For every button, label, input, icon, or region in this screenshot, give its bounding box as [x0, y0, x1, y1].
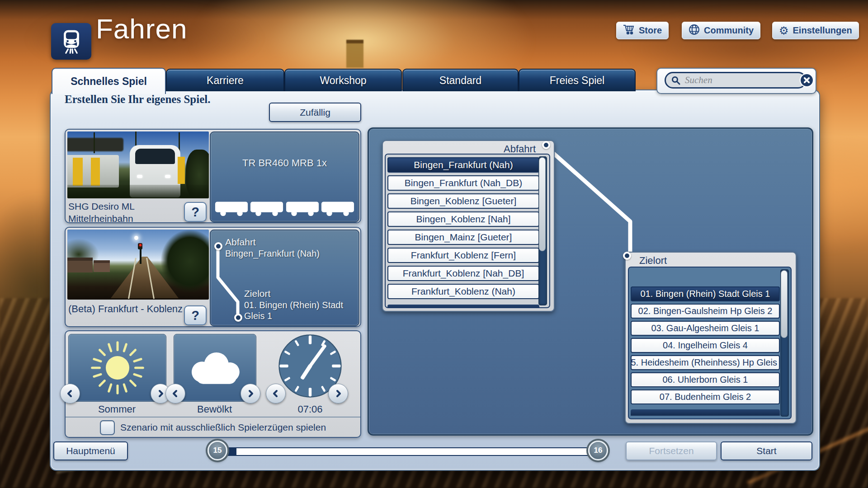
- settings-button[interactable]: ⚙ Einstellungen: [772, 22, 859, 39]
- consist-wagons: [214, 201, 355, 217]
- chevron-right-icon: [334, 389, 342, 398]
- list-item[interactable]: Bingen_Mainz [Gueter]: [387, 230, 539, 245]
- train-selection-box[interactable]: SHG Desiro ML Mittelrheinbahn ? TR BR460…: [65, 129, 361, 223]
- list-item[interactable]: Frankfurt_Koblenz [Nah_DB]: [387, 266, 539, 281]
- scrollbar-thumb[interactable]: [781, 270, 788, 338]
- tab-label: Workshop: [320, 75, 366, 87]
- tab-label: Standard: [439, 75, 481, 87]
- list-item[interactable]: Bingen_Frankfurt (Nah): [387, 157, 539, 173]
- chevron-left-icon: [66, 389, 74, 398]
- tab-freies-spiel[interactable]: Freies Spiel: [519, 69, 636, 91]
- scrollbar-track[interactable]: [538, 156, 547, 305]
- community-button[interactable]: Community: [682, 22, 760, 39]
- time-prev-button[interactable]: [266, 384, 286, 404]
- tab-karriere[interactable]: Karriere: [166, 69, 284, 91]
- departure-connector-dot: [542, 141, 550, 149]
- settings-label: Einstellungen: [793, 25, 852, 36]
- list-item[interactable]: 06. Uhlerborn Gleis 1: [631, 372, 780, 387]
- departure-value: Bingen_Frankfurt (Nah): [225, 249, 320, 259]
- train-name-line1: SHG Desiro ML: [68, 200, 135, 212]
- destination-list: 01. Bingen (Rhein) Stadt Gleis 102. Bing…: [628, 267, 792, 419]
- destination-connector-dot: [623, 252, 631, 260]
- departure-label: Abfahrt: [225, 237, 256, 248]
- main-menu-button[interactable]: Hauptmenü: [53, 441, 128, 460]
- list-item[interactable]: 03. Gau-Algesheim Gleis 1: [631, 321, 780, 336]
- slider-max-value: 16: [594, 446, 603, 455]
- route-selection-box[interactable]: (Beta) Frankfurt - Koblenz ? Abfahrt Bin…: [65, 227, 361, 327]
- start-button[interactable]: Start: [721, 441, 812, 460]
- player-trains-only-checkbox[interactable]: [100, 420, 115, 435]
- list-item[interactable]: 07. Budenheim Gleis 2: [631, 389, 780, 404]
- departure-list-panel: Abfahrt Bingen_Frankfurt (Nah)Bingen_Fra…: [382, 140, 555, 312]
- list-item[interactable]: 04. Ingelheim Gleis 4: [631, 338, 780, 353]
- community-label: Community: [704, 25, 754, 36]
- weather-prev-button[interactable]: [165, 384, 185, 404]
- season-label: Sommer: [68, 404, 165, 415]
- departure-list: Bingen_Frankfurt (Nah)Bingen_Frankfurt (…: [385, 154, 550, 308]
- consist-name: TR BR460 MRB 1x: [211, 157, 359, 169]
- weather-next-button[interactable]: [241, 384, 260, 404]
- slider-min-value: 15: [213, 446, 222, 455]
- continue-button[interactable]: Fortsetzen: [626, 441, 717, 460]
- wagon-icon: [285, 201, 320, 217]
- destination-dot: [234, 314, 242, 322]
- cloud-icon: [181, 349, 249, 387]
- list-item[interactable]: Bingen_Koblenz [Gueter]: [387, 193, 539, 209]
- store-button[interactable]: Store: [616, 22, 669, 39]
- list-item[interactable]: 01. Bingen (Rhein) Stadt Gleis 1: [631, 286, 780, 301]
- time-next-button[interactable]: [328, 384, 348, 404]
- clear-search-button[interactable]: [800, 73, 814, 87]
- weather-label: Bewölkt: [174, 404, 255, 415]
- globe-icon: [689, 24, 700, 38]
- train-icon: [51, 23, 91, 60]
- time-label: 07:06: [276, 404, 344, 415]
- background-building: [346, 40, 363, 68]
- slider-handle-left[interactable]: 15: [208, 441, 227, 460]
- season-prev-button[interactable]: [60, 384, 80, 404]
- list-item[interactable]: 05. Heidesheim (Rheinhess) Hp Gleis 1: [631, 355, 780, 370]
- cart-icon: [623, 24, 635, 37]
- page-title: Fahren: [96, 13, 187, 45]
- list-item[interactable]: Frankfurt_Koblenz (Nah): [387, 284, 539, 299]
- scrollbar-thumb[interactable]: [539, 157, 546, 251]
- random-button[interactable]: Zufällig: [269, 103, 361, 122]
- magnifier-icon: [671, 76, 680, 85]
- tab-standard[interactable]: Standard: [402, 69, 519, 91]
- route-name: (Beta) Frankfurt - Koblenz: [68, 303, 183, 315]
- chevron-right-icon: [246, 389, 255, 398]
- tab-label: Schnelles Spiel: [71, 75, 147, 88]
- scrollbar-track[interactable]: [780, 269, 789, 417]
- route-thumbnail: [67, 230, 209, 300]
- destination-list-title: Zielort: [639, 255, 667, 267]
- tab-workshop[interactable]: Workshop: [284, 69, 402, 91]
- destination-value-line1: 01. Bingen (Rhein) Stadt: [244, 300, 343, 310]
- search-input[interactable]: [684, 74, 800, 86]
- chevron-left-icon: [171, 389, 179, 398]
- slider-track[interactable]: [227, 447, 600, 456]
- search-box[interactable]: [665, 72, 807, 89]
- tab-schnelles-spiel[interactable]: Schnelles Spiel: [52, 68, 166, 94]
- tab-label: Karriere: [207, 75, 244, 87]
- list-item-partial: [631, 409, 780, 416]
- route-summary-panel: Abfahrt Bingen_Frankfurt (Nah) Zielort 0…: [210, 230, 359, 326]
- sun-icon: [89, 339, 146, 396]
- list-item[interactable]: Bingen_Frankfurt (Nah_DB): [387, 175, 539, 191]
- conditions-box: Sommer Bewölkt: [65, 330, 361, 438]
- train-name: SHG Desiro ML Mittelrheinbahn: [68, 200, 135, 225]
- departure-dot: [214, 242, 222, 250]
- list-item-partial: [387, 305, 539, 308]
- train-help-button[interactable]: ?: [184, 202, 207, 222]
- wagon-icon: [250, 201, 284, 217]
- destination-list-panel: Zielort 01. Bingen (Rhein) Stadt Gleis 1…: [625, 252, 797, 424]
- list-item[interactable]: Frankfurt_Koblenz [Fern]: [387, 248, 539, 263]
- wagon-icon: [321, 201, 355, 217]
- destination-label: Zielort: [244, 288, 270, 299]
- list-item[interactable]: 02. Bingen-Gaulsheim Hp Gleis 2: [631, 304, 780, 319]
- train-thumbnail: [67, 131, 209, 198]
- destination-value-line2: Gleis 1: [244, 311, 272, 321]
- slider-handle-right[interactable]: 16: [588, 441, 608, 460]
- route-help-button[interactable]: ?: [184, 305, 207, 325]
- list-item: [631, 269, 780, 284]
- list-item[interactable]: Bingen_Koblenz [Nah]: [387, 211, 539, 227]
- train-name-line2: Mittelrheinbahn: [68, 212, 135, 225]
